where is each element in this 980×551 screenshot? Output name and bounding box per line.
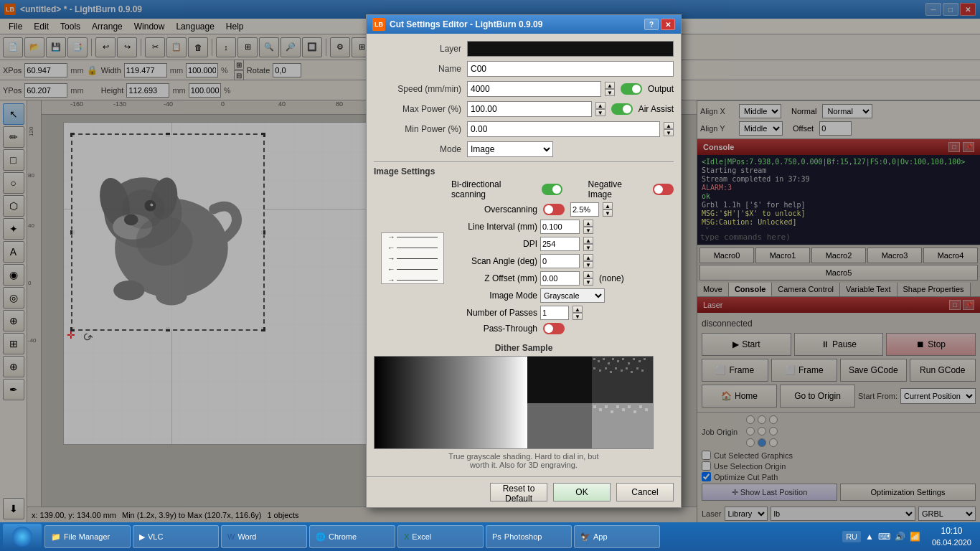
svg-rect-19 [608, 362, 610, 364]
pass-through-toggle[interactable] [543, 323, 565, 334]
overscanning-toggle[interactable] [543, 204, 565, 215]
overscanning-up[interactable]: ▲ [603, 202, 613, 209]
max-power-label: Max Power (%) [374, 104, 467, 114]
scan-angle-up[interactable]: ▲ [583, 254, 593, 261]
taskbar-excel[interactable]: X Excel [397, 525, 484, 548]
cancel-button[interactable]: Cancel [616, 483, 674, 501]
line-interval-input[interactable] [540, 220, 580, 234]
max-power-row: Max Power (%) ▲ ▼ Air Assist [374, 101, 674, 117]
z-offset-input[interactable] [540, 271, 580, 286]
mode-select[interactable]: Image Line Fill [467, 141, 553, 157]
min-power-spinner: ▲ ▼ [664, 122, 674, 136]
taskbar-chrome-icon: 🌐 [316, 532, 326, 542]
taskbar-chrome[interactable]: 🌐 Chrome [309, 525, 395, 548]
bidir-label: Bi-directional scanning [451, 179, 534, 199]
speed-input[interactable] [467, 81, 601, 97]
svg-rect-31 [615, 367, 617, 369]
air-assist-toggle[interactable] [611, 103, 633, 115]
modal-title-bar: LB Cut Settings Editor - LightBurn 0.9.0… [367, 15, 681, 34]
taskbar-clock: 10:10 06.04.2020 [926, 525, 977, 548]
pass-through-toggle-knob [545, 324, 553, 333]
dpi-down[interactable]: ▼ [583, 244, 593, 251]
negative-label: Negative Image [588, 179, 646, 199]
output-toggle[interactable] [621, 83, 642, 95]
line3 [397, 258, 438, 259]
speed-up[interactable]: ▲ [605, 82, 615, 89]
image-mode-label: Image Mode [451, 291, 537, 301]
taskbar-file-manager[interactable]: 📁 File Manager [44, 525, 131, 548]
taskbar-time: 10:10 [932, 525, 971, 537]
line-interval-down[interactable]: ▼ [583, 227, 593, 234]
svg-rect-18 [603, 358, 605, 360]
max-power-down[interactable]: ▼ [595, 109, 606, 116]
bidir-toggle[interactable] [542, 184, 562, 195]
svg-rect-24 [633, 358, 635, 360]
ok-button[interactable]: OK [553, 483, 611, 501]
modal-footer: Reset to Default OK Cancel [367, 476, 681, 507]
scan-angle-input[interactable] [540, 254, 580, 268]
bidir-toggle-knob [552, 185, 561, 194]
modal-icon: LB [372, 18, 385, 31]
negative-toggle[interactable] [653, 184, 674, 195]
speed-down[interactable]: ▼ [605, 89, 615, 96]
taskbar-word[interactable]: W Word [221, 525, 307, 548]
svg-rect-30 [610, 371, 612, 373]
dpi-input[interactable] [540, 237, 580, 251]
tray-icons: RU ▲ ⌨ 🔊 📶 [837, 531, 926, 542]
min-power-down[interactable]: ▼ [664, 129, 674, 136]
speed-row: Speed (mm/min) ▲ ▼ Output [374, 81, 674, 97]
z-offset-down[interactable]: ▼ [583, 278, 593, 286]
name-row: Name [374, 61, 674, 77]
dither-caption-1: True grayscale shading. Hard to dial in,… [374, 452, 674, 461]
air-assist-toggle-knob [623, 105, 631, 113]
taskbar-app7[interactable]: 🦅 App [574, 525, 660, 548]
dpi-up[interactable]: ▲ [583, 237, 593, 244]
svg-rect-26 [644, 358, 646, 360]
svg-rect-27 [593, 367, 595, 369]
taskbar-vlc[interactable]: ▶ VLC [133, 525, 219, 548]
dither-gradient [374, 357, 527, 448]
min-power-input[interactable] [467, 121, 660, 137]
modal-body: Layer Name Speed (mm/min) ▲ ▼ [367, 34, 681, 476]
scan-angle-down[interactable]: ▼ [583, 261, 593, 268]
arrow2: ← [387, 243, 395, 252]
taskbar-file-manager-icon: 📁 [51, 532, 61, 542]
modal-help-button[interactable]: ? [644, 19, 659, 30]
line-interval-up[interactable]: ▲ [583, 220, 593, 227]
svg-rect-44 [622, 408, 625, 411]
taskbar-tray: RU ▲ ⌨ 🔊 📶 10:10 06.04.2020 [837, 525, 977, 548]
dither-caption-2: worth it. Also for 3D engraving. [374, 461, 674, 469]
svg-rect-14 [527, 357, 592, 403]
overscanning-down[interactable]: ▼ [603, 209, 613, 217]
name-input[interactable] [467, 61, 674, 77]
tray-up-arrow: ▲ [865, 532, 874, 542]
modal-close-button[interactable]: ✕ [661, 19, 675, 30]
scan-visualization: → ← → ← → [381, 232, 444, 284]
modal-title-text: Cut Settings Editor - LightBurn 0.9.09 [390, 19, 542, 29]
taskbar-excel-label: Excel [412, 532, 431, 541]
tray-speaker-icon: 🔊 [895, 532, 905, 542]
z-offset-up[interactable]: ▲ [583, 271, 593, 278]
num-passes-input[interactable] [540, 306, 569, 320]
taskbar-vlc-icon: ▶ [139, 532, 145, 542]
z-offset-label: Z Offset (mm) [451, 273, 537, 283]
taskbar-app7-label: App [593, 532, 608, 541]
line4 [397, 269, 438, 270]
num-passes-label: Number of Passes [451, 308, 537, 318]
air-assist-label: Air Assist [639, 104, 674, 114]
min-power-up[interactable]: ▲ [664, 122, 674, 129]
num-passes-down[interactable]: ▼ [573, 313, 583, 320]
start-button-taskbar[interactable] [3, 524, 42, 550]
max-power-up[interactable]: ▲ [595, 102, 606, 109]
svg-rect-47 [639, 405, 642, 408]
windows-logo [12, 527, 32, 547]
taskbar-photoshop[interactable]: Ps Photoshop [486, 525, 572, 548]
taskbar-file-manager-label: File Manager [64, 532, 110, 541]
num-passes-up[interactable]: ▲ [573, 306, 583, 313]
overscanning-input[interactable] [570, 202, 599, 217]
image-mode-select[interactable]: Grayscale Dithered Threshold [540, 288, 605, 303]
max-power-input[interactable] [467, 101, 592, 117]
bidir-toggle-row: Bi-directional scanning Negative Image [451, 179, 674, 199]
z-offset-spinner: ▲ ▼ [583, 271, 593, 286]
reset-button[interactable]: Reset to Default [490, 483, 547, 501]
